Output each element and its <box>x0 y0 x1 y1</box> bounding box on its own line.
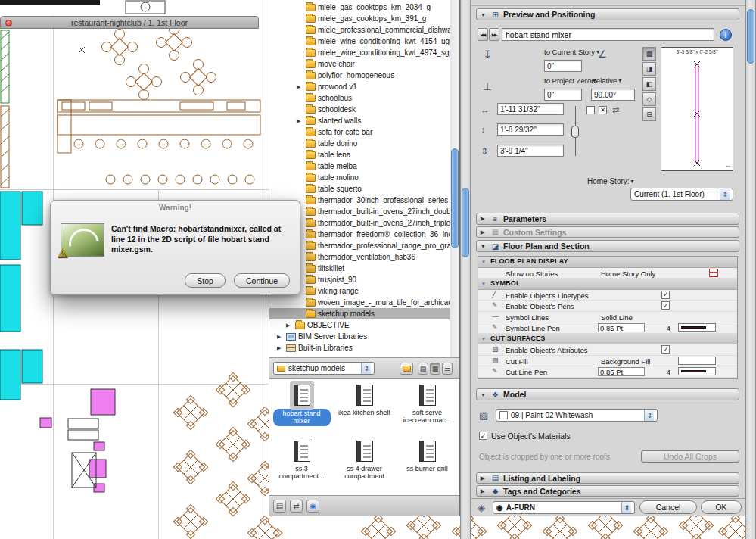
row-checkbox[interactable] <box>661 301 670 310</box>
library-folder-popup[interactable]: sketchup models <box>273 362 375 375</box>
object-preview-pane[interactable]: 3'-3 3/8" x 0'-2 5/8" ↔ <box>661 47 733 171</box>
close-button[interactable] <box>5 20 12 26</box>
library-tree-item[interactable]: table melba <box>269 160 459 172</box>
library-tree-item[interactable]: OBJECTIVE <box>269 319 459 331</box>
material-dropdown[interactable]: 09 | Paint-02 Whitewash <box>496 409 658 422</box>
pen-color-swatch[interactable] <box>678 323 716 332</box>
library-tree-item[interactable]: table lena <box>269 149 459 160</box>
library-tree-item[interactable]: table molino <box>269 172 459 183</box>
disclosure-triangle-icon[interactable] <box>297 311 303 317</box>
cancel-button[interactable]: Cancel <box>639 500 697 514</box>
row-value[interactable]: Solid Line <box>601 313 633 322</box>
section-model[interactable]: ▼ ❖ Model <box>476 388 739 400</box>
disclosure-triangle-icon[interactable] <box>297 5 303 11</box>
pen-color-swatch[interactable] <box>678 367 716 375</box>
library-tree-item[interactable]: schoolbus <box>269 92 459 104</box>
web-objects-button[interactable]: ◉ <box>306 500 319 513</box>
panel-vertical-scrollbar[interactable] <box>745 0 756 539</box>
library-object-thumbnail[interactable]: hobart stand mixer <box>272 385 331 441</box>
table-row[interactable]: Cut Fill Background Fill <box>478 356 737 367</box>
view-mode-list-button[interactable]: ▤ <box>418 363 428 375</box>
rotation-angle-field[interactable]: 90.00° <box>591 89 635 101</box>
table-row[interactable]: Symbol Line Pen 0.85 Pt 4 <box>478 322 737 334</box>
disclosure-triangle-icon[interactable] <box>297 107 303 113</box>
section-parameters[interactable]: ▶ ≡ Parameters <box>476 213 739 225</box>
reload-libraries-button[interactable]: ⇄ <box>290 500 303 513</box>
plan-window-titlebar[interactable]: restaurant-nightclub / 1. 1st Floor <box>0 16 259 29</box>
disclosure-triangle-icon[interactable] <box>297 141 303 147</box>
table-row[interactable]: SYMBOL <box>478 279 737 290</box>
table-row[interactable]: Enable Object's Pens <box>478 301 737 312</box>
library-tree-item[interactable]: woven_image_-_mura_tile_for_archicad <box>269 297 459 308</box>
anchor-story-dropdown[interactable]: to Current Story <box>544 47 599 57</box>
disclosure-triangle-icon[interactable] <box>297 186 303 192</box>
library-tree-item[interactable]: move chair <box>269 58 459 70</box>
scrollbar-thumb[interactable] <box>451 148 459 248</box>
disclosure-triangle-icon[interactable] <box>277 345 284 351</box>
table-row[interactable]: Cut Line Pen 0.85 Pt 4 <box>478 366 737 378</box>
dimension-height-field[interactable]: 3'-9 1/4" <box>497 145 564 157</box>
table-row[interactable]: CUT SURFACES <box>478 334 737 345</box>
library-tree-item[interactable]: table dorino <box>269 138 459 149</box>
new-folder-button[interactable] <box>400 363 413 375</box>
scrollbar-thumb[interactable] <box>747 9 754 64</box>
disclosure-triangle-icon[interactable] <box>297 118 303 124</box>
previous-object-button[interactable]: ◀◀ <box>478 28 488 41</box>
row-value[interactable]: 0.85 Pt <box>598 323 645 332</box>
table-row[interactable]: Enable Object's Attributes <box>478 344 737 356</box>
disclosure-triangle-icon[interactable] <box>297 50 303 56</box>
library-tree-item[interactable]: miele_wine_conditioning_kwt_4974_sg_ed <box>269 47 459 58</box>
library-tree-item[interactable]: miele_wine_conditioning_kwt_4154_ug-1 <box>269 36 459 47</box>
anchor-reference-dropdown[interactable]: to Project Zero <box>544 76 596 86</box>
offset-project-zero-field[interactable]: 0" <box>544 89 582 101</box>
table-row[interactable]: FLOOR PLAN DISPLAY <box>478 257 737 268</box>
library-tree-item[interactable]: prowood v1 <box>269 81 459 92</box>
library-tree-item[interactable]: polyflor_homogeneous <box>269 70 459 81</box>
library-object-thumbnail[interactable]: ss 3 compartment... <box>272 441 331 497</box>
fill-swatch[interactable] <box>678 357 716 365</box>
view-mode-grid-button[interactable]: ▦ <box>430 363 440 375</box>
section-listing-labeling[interactable]: ▶ ▤ Listing and Labeling <box>476 472 739 484</box>
library-tree-item[interactable]: miele_professional_commercial_dishwasher… <box>269 24 459 36</box>
library-object-thumbnail[interactable]: soft serve icecream mac... <box>398 385 457 441</box>
table-row[interactable]: Show on Stories Home Story Only <box>478 268 737 279</box>
stop-button[interactable]: Stop <box>185 273 226 288</box>
disclosure-triangle-icon[interactable] <box>297 61 303 67</box>
row-checkbox[interactable] <box>661 291 670 299</box>
view-mode-details-button[interactable]: ☰ <box>442 363 453 375</box>
library-tree-item[interactable]: table squerto <box>269 183 459 195</box>
disclosure-triangle-icon[interactable] <box>297 84 303 90</box>
disclosure-triangle-icon[interactable] <box>297 39 303 45</box>
disclosure-triangle-icon[interactable] <box>297 300 303 306</box>
pen-number[interactable]: 4 <box>657 368 670 376</box>
preview-front-view-button[interactable]: ◨ <box>642 62 656 76</box>
object-settings-button[interactable]: ▤ <box>273 500 286 513</box>
mirror-checkbox[interactable] <box>586 106 595 114</box>
dimension-b-field[interactable]: 1'-8 29/32" <box>497 123 564 136</box>
preview-2d-view-button[interactable]: ▦ <box>642 47 656 61</box>
object-name-field[interactable] <box>502 28 714 41</box>
disclosure-triangle-icon[interactable] <box>297 95 303 101</box>
material-override-checkbox[interactable] <box>499 411 508 419</box>
library-tree-item[interactable]: sofa for cafe bar <box>269 126 459 138</box>
plan-vertical-scrollbar[interactable] <box>460 0 471 539</box>
row-value[interactable]: Background Fill <box>601 357 650 366</box>
library-object-thumbnail[interactable]: ss burner-grill <box>398 441 457 497</box>
table-row[interactable]: Symbol Lines Solid Line <box>478 312 737 323</box>
library-tree-item[interactable]: BIM Server Libraries <box>269 331 459 342</box>
disclosure-triangle-icon[interactable] <box>286 322 293 329</box>
section-preview-positioning[interactable]: ▼ ⊞ Preview and Positioning <box>476 8 739 20</box>
use-object-materials-checkbox[interactable] <box>479 432 487 440</box>
library-object-thumbnail[interactable]: ss 4 drawer compartment <box>335 441 394 497</box>
library-tree[interactable]: miele_gas_cooktops_km_2034_g miele_gas_c… <box>269 0 459 357</box>
ok-button[interactable]: OK <box>701 500 742 514</box>
library-tree-item[interactable]: Built-in Libraries <box>269 342 459 354</box>
row-checkbox[interactable] <box>661 345 670 354</box>
pen-number[interactable]: 4 <box>657 324 670 332</box>
continue-button[interactable]: Continue <box>234 273 290 288</box>
disclosure-triangle-icon[interactable] <box>297 27 303 33</box>
disclosure-triangle-icon[interactable] <box>297 164 303 170</box>
library-tree-item[interactable]: miele_gas_cooktops_km_391_g <box>269 13 459 24</box>
dimension-chain-link[interactable] <box>568 106 576 156</box>
undo-all-crops-button[interactable]: Undo All Crops <box>641 450 739 463</box>
